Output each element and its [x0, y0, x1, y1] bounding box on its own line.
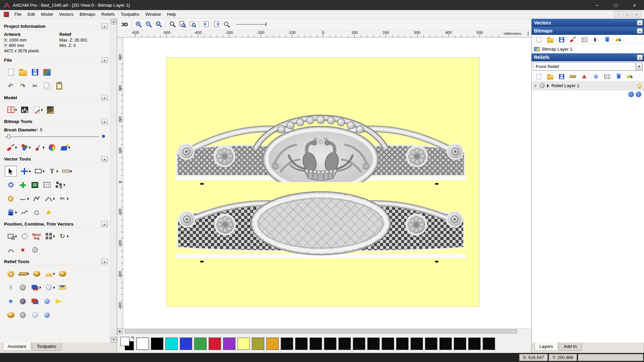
zoom-in-button[interactable] [133, 20, 144, 29]
collapse-arrow-icon[interactable]: ▲ [637, 55, 643, 60]
palette-swatch-21[interactable] [439, 338, 452, 350]
paste-relief-button[interactable] [29, 296, 41, 307]
palette-swatch-18[interactable] [396, 338, 409, 350]
shape-editor-button[interactable] [5, 268, 17, 279]
collapse-arrow-icon[interactable]: ▲ [101, 23, 108, 29]
add-layer-plus-icon[interactable]: + [534, 83, 537, 88]
open-relief-layer-button[interactable] [546, 72, 554, 80]
collapse-arrow-icon[interactable]: ▲ [101, 221, 108, 227]
tab-toolpaths[interactable]: Toolpaths [32, 343, 61, 351]
scroll-corner-button[interactable]: ▶ [117, 328, 123, 334]
palette-swatch-5[interactable] [209, 338, 221, 350]
palette-swatch-8[interactable] [252, 338, 264, 350]
footboard-relief-image[interactable] [175, 186, 467, 260]
menu-vectors[interactable]: Vectors [56, 10, 76, 18]
active-relief-combobox[interactable]: Front Relief ▼ [533, 62, 643, 71]
headboard-relief-image[interactable] [175, 109, 467, 182]
sculpt-button[interactable] [31, 268, 43, 279]
paste-button[interactable] [53, 80, 65, 92]
mdi-minimize-button[interactable]: − [614, 11, 623, 17]
mdi-close-button[interactable]: × [633, 11, 641, 17]
flood-fill-button[interactable] [58, 142, 70, 153]
nesting-button[interactable]: Nesting [31, 231, 43, 242]
menu-window[interactable]: Window [143, 10, 164, 18]
rotate-copy-button[interactable] [56, 231, 68, 242]
zoom-fit-page-button[interactable] [177, 20, 187, 29]
pan-view-button[interactable] [221, 20, 231, 29]
offset-vector-button[interactable] [5, 207, 17, 218]
paint-bitmap-button[interactable] [569, 36, 577, 44]
close-button[interactable]: × [625, 0, 644, 10]
extra-relief-tool-button[interactable] [41, 309, 53, 320]
profile-button[interactable] [31, 207, 43, 218]
collapse-arrow-icon[interactable]: ▲ [101, 57, 108, 63]
previous-view-button[interactable] [201, 20, 211, 29]
move-layer-up-button[interactable]: ↑ [628, 92, 634, 97]
menu-help[interactable]: Help [164, 10, 179, 18]
circular-copy-button[interactable] [18, 231, 31, 242]
zoom-window-button[interactable] [154, 20, 164, 29]
wrap-relief-button[interactable] [53, 296, 65, 307]
transform-vectors-button[interactable] [18, 166, 31, 177]
adjust-model-button[interactable] [18, 104, 31, 115]
colour-picker-button[interactable] [32, 142, 44, 153]
menu-file[interactable]: File [11, 10, 24, 18]
menu-edit[interactable]: Edit [24, 10, 38, 18]
scroll-up-arrow-icon[interactable]: ▲ [111, 19, 117, 24]
palette-swatch-24[interactable] [483, 338, 495, 350]
create-circle-button[interactable] [5, 179, 17, 190]
weld-vectors-button[interactable] [17, 244, 29, 255]
collapse-arrow-icon[interactable]: ▲ [637, 28, 643, 34]
new-relief-layer-button[interactable] [535, 72, 543, 80]
grid-bitmap-button[interactable] [580, 36, 588, 44]
palette-swatch-3[interactable] [180, 338, 192, 350]
palette-swatch-20[interactable] [425, 338, 437, 350]
horizontal-scrollbar-thumb[interactable] [125, 329, 517, 334]
mirror-vectors-button[interactable] [5, 244, 17, 255]
new-bitmap-layer-button[interactable] [535, 36, 543, 44]
model-page[interactable] [166, 57, 479, 307]
node-editing-button[interactable] [17, 179, 29, 190]
palette-swatch-4[interactable] [194, 338, 207, 350]
load-replace-image-button[interactable] [44, 104, 56, 115]
add-draft-notes-button[interactable] [31, 104, 43, 115]
sphere-relief-button[interactable] [592, 72, 600, 80]
menu-model[interactable]: Model [38, 10, 56, 18]
palette-swatch-0[interactable] [137, 338, 149, 350]
next-view-button[interactable] [211, 20, 221, 29]
collapse-arrow-icon[interactable]: ▲ [101, 119, 108, 124]
inflate-button[interactable] [43, 282, 55, 293]
create-arc-button[interactable] [43, 193, 55, 204]
relief-layer-item[interactable]: + Relief Layer 1 [532, 81, 644, 90]
collapse-arrow-icon[interactable]: ▲ [101, 156, 108, 162]
menu-bitmaps[interactable]: Bitmaps [76, 10, 98, 18]
bitmaps-header[interactable]: Bitmaps ▲ [532, 27, 644, 35]
line-width-control[interactable] [236, 24, 266, 24]
block-copy-button[interactable] [43, 231, 55, 242]
brush-diameter-slider[interactable] [5, 134, 105, 139]
select-vectors-button[interactable] [5, 166, 17, 177]
palette-swatch-23[interactable] [468, 338, 481, 350]
paint-button[interactable] [5, 142, 17, 153]
canvas-viewport[interactable] [123, 38, 531, 328]
delete-relief-layer-button[interactable] [614, 72, 623, 80]
collapse-arrow-icon[interactable]: ▲ [101, 259, 108, 264]
delete-bitmap-layer-button[interactable] [603, 36, 611, 44]
copy-relief-button[interactable] [29, 282, 41, 293]
emboss-button[interactable] [56, 268, 68, 279]
swirl-button[interactable] [5, 282, 17, 293]
minimize-button[interactable]: − [588, 0, 606, 10]
create-text-button[interactable] [46, 166, 58, 177]
move-layer-down-button[interactable]: ↓ [636, 92, 641, 97]
zoom-out-button[interactable] [144, 20, 154, 29]
create-star-button[interactable] [43, 207, 55, 218]
spinner-down-icon[interactable]: ▼ [527, 34, 529, 36]
palette-swatch-17[interactable] [382, 338, 394, 350]
tab-layers[interactable]: Layers [534, 342, 558, 351]
save-model-button[interactable] [29, 67, 41, 78]
smooth-relief-button[interactable] [17, 268, 29, 279]
paint-selective-button[interactable] [18, 142, 31, 153]
expand-caret-icon[interactable] [547, 84, 549, 87]
palette-swatch-1[interactable] [151, 338, 163, 350]
envelope-button[interactable] [56, 282, 68, 293]
